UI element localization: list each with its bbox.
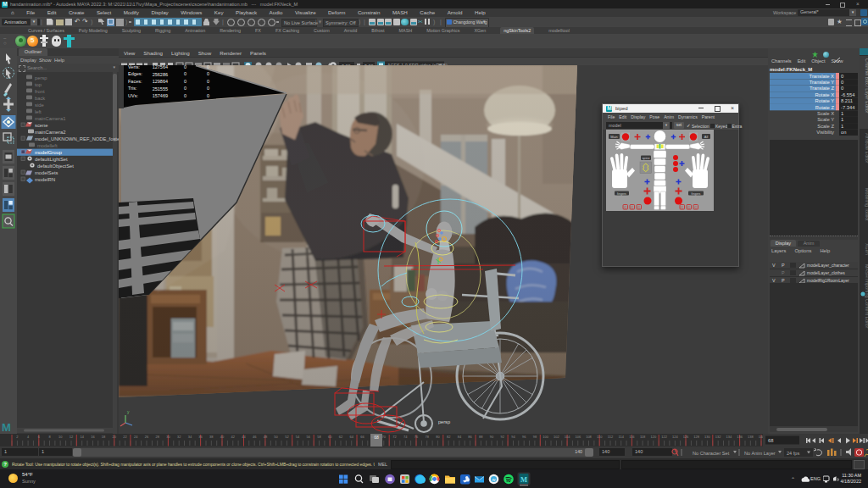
svg-text:0: 0	[184, 71, 186, 76]
svg-text:138: 138	[748, 435, 754, 439]
svg-text:0: 0	[207, 65, 209, 69]
svg-text:side: side	[35, 103, 44, 108]
svg-text:defaultLightSet: defaultLightSet	[35, 157, 68, 162]
svg-text:127564: 127564	[153, 65, 168, 69]
svg-text:100: 100	[542, 435, 548, 439]
svg-text:86: 86	[468, 435, 472, 439]
svg-text:Rotate Z: Rotate Z	[815, 105, 835, 110]
svg-text:116: 116	[629, 435, 635, 439]
svg-text:112: 112	[608, 435, 614, 439]
svg-text:No Anim Layer: No Anim Layer	[744, 451, 776, 456]
svg-text:8.211: 8.211	[841, 98, 853, 103]
svg-text:1: 1	[841, 124, 843, 129]
svg-text:46: 46	[253, 435, 257, 439]
svg-text:16: 16	[91, 435, 95, 439]
svg-text:0: 0	[841, 74, 843, 79]
svg-text:92: 92	[501, 435, 505, 439]
svg-text:fingers: fingers	[617, 192, 626, 196]
svg-text:104: 104	[565, 435, 570, 439]
svg-text:28: 28	[155, 435, 159, 439]
svg-text:130: 130	[704, 435, 710, 439]
svg-text:All: All	[704, 135, 709, 139]
svg-text:134: 134	[726, 435, 732, 439]
svg-text:Rotate X: Rotate X	[815, 92, 834, 97]
svg-text:62: 62	[339, 435, 343, 439]
svg-text:1: 1	[841, 117, 843, 122]
svg-text:52: 52	[285, 435, 289, 439]
svg-text:110: 110	[597, 435, 603, 439]
svg-text:0: 0	[184, 65, 186, 69]
svg-text:persp: persp	[438, 419, 450, 424]
svg-text:82: 82	[447, 435, 451, 439]
svg-text:14: 14	[80, 435, 84, 439]
svg-text:128: 128	[693, 435, 699, 439]
svg-text:0: 0	[207, 86, 209, 91]
svg-text:M: M	[520, 475, 527, 484]
svg-text:0: 0	[184, 86, 186, 91]
svg-text:M: M	[2, 421, 11, 434]
svg-text:64: 64	[349, 435, 353, 439]
svg-text:70: 70	[382, 435, 387, 439]
svg-text:34: 34	[188, 435, 192, 439]
svg-text:modelleft: modelleft	[37, 143, 58, 148]
svg-text:96: 96	[522, 435, 526, 439]
svg-text:157469: 157469	[153, 93, 168, 98]
svg-text:XGen: XGen	[865, 243, 868, 255]
svg-text:Edges:: Edges:	[128, 71, 143, 76]
svg-text:136: 136	[737, 435, 743, 439]
svg-text:32: 32	[177, 435, 181, 439]
svg-text:251555: 251555	[153, 86, 168, 92]
svg-text:Visibility: Visibility	[816, 130, 834, 135]
svg-text:-6.554: -6.554	[841, 92, 855, 97]
svg-text:w: w	[492, 477, 496, 482]
svg-text:72: 72	[392, 435, 397, 439]
svg-text:modelRN: modelRN	[35, 177, 55, 182]
svg-text:42: 42	[231, 435, 236, 439]
svg-text:50: 50	[274, 435, 278, 439]
svg-text:persp: persp	[35, 75, 47, 80]
svg-text:C: C	[631, 206, 633, 209]
svg-text:1: 1	[841, 111, 843, 116]
svg-text:78: 78	[425, 435, 429, 439]
svg-text:MASH Importing Content Editor: MASH Importing Content Editor	[865, 264, 868, 329]
svg-text:68: 68	[768, 438, 773, 443]
svg-text:98: 98	[533, 435, 537, 439]
svg-text:No Character Set: No Character Set	[693, 451, 730, 456]
svg-text:18: 18	[102, 435, 106, 439]
svg-text:top: top	[35, 82, 42, 87]
svg-text:scene: scene	[35, 123, 47, 128]
svg-text:26: 26	[145, 435, 149, 439]
svg-text:defaultObjectSet: defaultObjectSet	[37, 164, 74, 169]
svg-text:UVs:: UVs:	[128, 93, 138, 98]
svg-text:Verts:: Verts:	[128, 65, 141, 69]
svg-text:0: 0	[184, 79, 186, 84]
svg-text:Tris:: Tris:	[128, 86, 137, 91]
svg-text:129864: 129864	[153, 79, 168, 84]
svg-text:132: 132	[715, 435, 721, 439]
svg-text:102: 102	[554, 435, 559, 439]
svg-text:Scale Y: Scale Y	[817, 117, 834, 122]
svg-text:C: C	[637, 206, 640, 209]
svg-text:120: 120	[650, 435, 656, 439]
svg-text:Modeling Toolkit: Modeling Toolkit	[865, 188, 868, 221]
svg-text:90: 90	[490, 435, 494, 439]
svg-text:44: 44	[242, 435, 246, 439]
svg-text:12: 12	[70, 435, 74, 439]
svg-text:front: front	[35, 88, 45, 93]
svg-text:88: 88	[479, 435, 483, 439]
svg-text:80: 80	[436, 435, 440, 439]
svg-text:mainCamera2: mainCamera2	[35, 130, 65, 135]
svg-text:0: 0	[841, 86, 843, 91]
svg-text:122: 122	[661, 435, 667, 439]
svg-text:-7.344: -7.344	[841, 105, 855, 110]
svg-text:Rotate Y: Rotate Y	[815, 98, 835, 103]
svg-text:108: 108	[586, 435, 592, 439]
svg-text:36: 36	[198, 435, 203, 439]
svg-text:126: 126	[683, 435, 689, 439]
svg-text:0: 0	[207, 71, 209, 76]
svg-text:Main: Main	[610, 135, 618, 139]
svg-text:66: 66	[360, 435, 364, 439]
svg-text:left: left	[35, 109, 42, 114]
svg-text:Scale Z: Scale Z	[817, 124, 834, 129]
svg-text:modelSets: modelSets	[35, 170, 58, 175]
